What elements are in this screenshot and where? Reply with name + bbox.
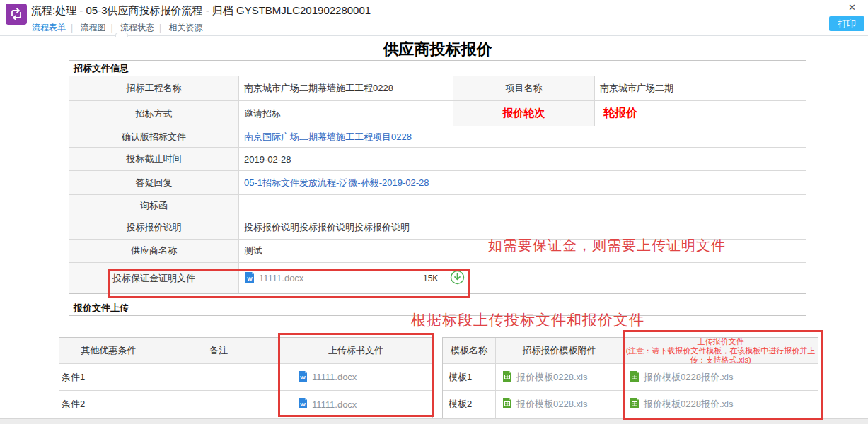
remark-cell [158,391,279,418]
template-file-cell: 报价模板0228.xls [496,364,623,390]
tab-related-resources[interactable]: 相关资源 [168,23,202,33]
svg-text:W: W [300,401,306,408]
header-template-name: 模板名称 [443,338,496,363]
annotation-deposit: 如需要保证金，则需要上传证明文件 [488,236,726,255]
table-row: 确认版招标文件 南京国际广场二期幕墙施工工程项目0228 [69,126,806,148]
header-other-conditions: 其他优惠条件 [59,338,158,363]
header-quote-template: 招标报价模板附件 [496,338,623,363]
svg-text:W: W [300,374,306,380]
separator: | [159,23,161,33]
header-upload-quote-file: 上传报价文件 (注意：请下载报价文件模板，在该模板中进行报价并上传；支持格式.x… [623,338,818,363]
print-button[interactable]: 打印 [829,16,864,31]
quote-file-link[interactable]: 报价模板0228报价.xls [644,398,733,411]
confirmed-bid-doc-label: 确认版招标文件 [69,126,239,147]
quote-round-value: 轮报价 [595,101,806,126]
page-title: 供应商投标报价 [69,39,806,60]
supplier-name-label: 供应商名称 [69,240,239,262]
top-bar: 流程:处理 - 05-3供应商投标报价流程 - 归档 GYSTBMJLC2019… [0,0,868,36]
excel-file-icon [629,370,640,384]
tab-process-form[interactable]: 流程表单 [32,23,66,33]
template-file-link[interactable]: 报价模板0228.xls [516,398,587,411]
quote-header-note: (注意：请下载报价文件模板，在该模板中进行报价并上传；支持格式.xls) [625,346,816,365]
table-row: 投标截止时间 2019-02-28 [69,148,806,171]
annotation-upload: 根据标段上传投标文件和报价文件 [411,310,644,330]
section-title-bid-info: 招标文件信息 [69,61,806,76]
bid-file-table: 其他优惠条件 备注 上传标书文件 条件1 W 11111.docx 条件2 [59,337,433,418]
separator: | [110,23,112,33]
svg-text:W: W [247,275,253,281]
bid-file-link[interactable]: 11111.docx [312,372,357,382]
project-name-label: 项目名称 [453,76,595,100]
inquiry-letter-label: 询标函 [69,195,239,216]
excel-file-icon [502,397,513,411]
quote-note-label: 投标报价说明 [69,216,239,239]
template-name-cell: 模板2 [443,391,496,418]
table-row: 模板1 报价模板0228.xls 报价模板0228报价.xls [443,364,818,391]
deposit-file-link[interactable]: 11111.docx [259,273,303,283]
table-row: 投标保证金证明文件 W 11111.docx 15K [69,263,806,293]
quote-file-table: 模板名称 招标报价模板附件 上传报价文件 (注意：请下载报价文件模板，在该模板中… [442,337,818,418]
close-icon[interactable]: ✕ [848,2,856,13]
quote-header-title: 上传报价文件 [698,337,744,346]
bid-method-value: 邀请招标 [239,101,453,126]
bid-info-table: 招标文件信息 招标工程名称 南京城市广场二期幕墙施工工程0228 项目名称 南京… [69,60,806,294]
inquiry-letter-value [239,195,806,216]
remark-cell [158,364,279,390]
separator: | [71,23,73,33]
deposit-file-size: 15K [423,273,438,283]
condition-cell: 条件2 [59,391,158,418]
header-upload-bid-file: 上传标书文件 [279,338,432,363]
collapse-handle[interactable] [115,33,128,37]
word-file-icon: W [297,370,308,384]
qa-reply-link[interactable]: 05-1招标文件发放流程-泛微-孙毅-2019-02-28 [244,177,429,189]
horizontal-scrollbar-track[interactable] [0,418,868,424]
quote-file-link[interactable]: 报价模板0228报价.xls [644,371,733,384]
word-file-icon: W [297,397,308,411]
bid-method-label: 招标方式 [69,101,239,126]
table-header-row: 其他优惠条件 备注 上传标书文件 [59,338,432,364]
word-file-icon: W [244,271,255,285]
bid-file-cell: W 11111.docx [279,391,432,418]
excel-file-icon [629,397,640,411]
deposit-proof-cell: W 11111.docx 15K [239,263,806,293]
quote-round-label: 报价轮次 [453,101,595,126]
table-row: 答疑回复 05-1招标文件发放流程-泛微-孙毅-2019-02-28 [69,171,806,195]
bid-project-name-value: 南京城市广场二期幕墙施工工程0228 [239,76,453,100]
tab-process-status[interactable]: 流程状态 [120,23,154,33]
table-row: 招标工程名称 南京城市广场二期幕墙施工工程0228 项目名称 南京城市广场二期 [69,76,806,101]
download-icon[interactable] [450,270,465,285]
bid-project-name-label: 招标工程名称 [69,76,239,100]
template-name-cell: 模板1 [443,364,496,390]
deposit-proof-label: 投标保证金证明文件 [69,263,239,293]
template-file-cell: 报价模板0228.xls [496,391,623,418]
table-row: 模板2 报价模板0228.xls 报价模板0228报价.xls [443,391,818,418]
project-name-value: 南京城市广场二期 [595,76,806,100]
table-header-row: 模板名称 招标报价模板附件 上传报价文件 (注意：请下载报价文件模板，在该模板中… [443,338,818,364]
tab-process-diagram[interactable]: 流程图 [80,23,105,33]
bid-deadline-value: 2019-02-28 [239,148,806,170]
bid-file-cell: W 11111.docx [279,364,432,390]
table-row: 条件2 W 11111.docx [59,391,432,418]
bid-deadline-label: 投标截止时间 [69,148,239,170]
table-row: 条件1 W 11111.docx [59,364,432,391]
table-row: 询标函 [69,195,806,216]
table-row: 招标方式 邀请招标 报价轮次 轮报价 [69,101,806,126]
workflow-window: 流程:处理 - 05-3供应商投标报价流程 - 归档 GYSTBMJLC2019… [0,0,868,424]
bid-file-link[interactable]: 11111.docx [312,399,357,410]
confirmed-bid-doc-link[interactable]: 南京国际广场二期幕墙施工工程项目0228 [244,131,412,143]
qa-reply-label: 答疑回复 [69,171,239,194]
workflow-app-icon [6,4,27,25]
header-remark: 备注 [158,338,279,363]
quote-file-cell: 报价模板0228报价.xls [623,391,818,418]
excel-file-icon [502,370,513,384]
quote-file-cell: 报价模板0228报价.xls [623,364,818,390]
template-file-link[interactable]: 报价模板0228.xls [516,371,587,384]
condition-cell: 条件1 [59,364,158,390]
window-title: 流程:处理 - 05-3供应商投标报价流程 - 归档 GYSTBMJLC2019… [31,4,371,18]
